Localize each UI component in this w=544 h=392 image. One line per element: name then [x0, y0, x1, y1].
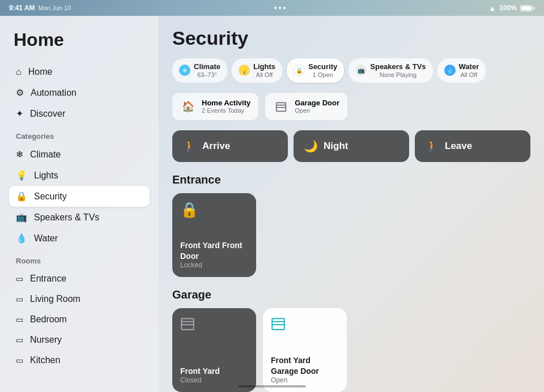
front-yard-card[interactable]: Front Yard Closed	[172, 308, 256, 392]
security-tab-svg: 🔒	[296, 67, 303, 74]
categories-section-title: Categories	[9, 124, 150, 144]
garage-door-card[interactable]: Garage Door Open	[265, 93, 347, 120]
night-icon: 🌙	[304, 139, 318, 153]
garage-section-header: Garage	[172, 288, 530, 301]
sidebar-item-security[interactable]: 🔒 Security	[9, 186, 150, 207]
svg-rect-3	[181, 318, 194, 330]
scene-leave-button[interactable]: 🚶 Leave	[415, 130, 530, 162]
security-tab-sub: 1 Open	[308, 71, 337, 79]
main-content: Security ❄ Climate 63–73° 💡 Lights All O…	[159, 16, 544, 392]
garage-door-sub: Open	[295, 107, 339, 114]
sidebar-item-entrance[interactable]: ▭ Entrance	[9, 269, 150, 289]
lights-tab-label: Lights	[253, 62, 275, 71]
nav-home-label: Home	[28, 67, 53, 77]
security-icon: 🔒	[16, 191, 27, 202]
room-entrance-icon: ▭	[16, 274, 23, 283]
status-bar: 9:41 AM Mon Jun 10 ▲ 100%	[0, 0, 544, 16]
garage-door-title: Garage Door	[295, 99, 339, 107]
tab-climate[interactable]: ❄ Climate 63–73°	[172, 58, 227, 83]
tab-speakers[interactable]: 📺 Speakers & TVs None Playing	[348, 58, 432, 83]
sidebar-item-living-room[interactable]: ▭ Living Room	[9, 289, 150, 309]
scene-row: 🚶 Arrive 🌙 Night 🚶 Leave	[172, 130, 530, 162]
room-bedroom-icon: ▭	[16, 315, 23, 324]
tab-lights[interactable]: 💡 Lights All Off	[232, 58, 282, 83]
home-activity-icon: 🏠	[180, 99, 196, 114]
sidebar-item-nursery[interactable]: ▭ Nursery	[9, 330, 150, 350]
activity-row: 🏠 Home Activity 2 Events Today Garage Do…	[172, 93, 530, 120]
category-tabs: ❄ Climate 63–73° 💡 Lights All Off 🔒	[172, 58, 530, 83]
sidebar-living-label: Living Room	[30, 294, 80, 304]
battery-percent: 100%	[499, 4, 517, 12]
climate-icon: ❄	[16, 149, 23, 160]
garage-door-device-icon	[271, 316, 339, 335]
sidebar-entrance-label: Entrance	[30, 274, 66, 284]
home-activity-sub: 2 Events Today	[202, 107, 250, 114]
room-living-icon: ▭	[16, 295, 23, 304]
climate-tab-icon: ❄	[179, 65, 190, 76]
front-yard-name: Front Yard	[180, 366, 248, 376]
room-nursery-icon: ▭	[16, 335, 23, 344]
sidebar-item-water[interactable]: 💧 Water	[9, 228, 150, 249]
tab-security[interactable]: 🔒 Security 1 Open	[287, 58, 344, 83]
scene-arrive-button[interactable]: 🚶 Arrive	[172, 130, 288, 162]
sidebar-lights-label: Lights	[34, 171, 58, 181]
front-yard-garage-door-card[interactable]: Front Yard Garage Door Open	[263, 308, 347, 392]
climate-tab-label: Climate	[194, 62, 220, 71]
sidebar-item-climate[interactable]: ❄ Climate	[9, 144, 150, 165]
sidebar-kitchen-label: Kitchen	[30, 355, 60, 365]
lights-tab-svg: 💡	[241, 67, 248, 74]
speakers-tab-svg: 📺	[358, 67, 364, 74]
garage-door-icon	[273, 99, 289, 114]
page-title: Security	[172, 27, 530, 49]
front-yard-status: Closed	[180, 376, 248, 384]
nav-automation[interactable]: ⚙ Automation	[9, 82, 150, 103]
nav-automation-label: Automation	[31, 88, 76, 98]
front-yard-front-door-card[interactable]: 🔒 Front Yard Front Door Locked	[172, 193, 256, 277]
home-indicator	[238, 385, 306, 387]
sidebar: Home ⌂ Home ⚙ Automation ✦ Discover Cate…	[0, 16, 159, 392]
water-icon: 💧	[16, 233, 27, 244]
home-activity-card[interactable]: 🏠 Home Activity 2 Events Today	[172, 93, 258, 120]
home-activity-title: Home Activity	[202, 99, 250, 107]
arrive-label: Arrive	[202, 140, 230, 152]
tab-water[interactable]: 💧 Water All Off	[437, 58, 486, 83]
automation-icon: ⚙	[16, 87, 24, 98]
security-tab-label: Security	[308, 62, 337, 71]
scene-night-button[interactable]: 🌙 Night	[294, 130, 409, 162]
garage-device-grid: Front Yard Closed Front Yard Garage Door…	[172, 308, 530, 392]
sidebar-climate-label: Climate	[30, 150, 61, 160]
sidebar-bedroom-label: Bedroom	[30, 314, 67, 325]
nav-home[interactable]: ⌂ Home	[9, 62, 150, 82]
sidebar-water-label: Water	[34, 233, 58, 244]
front-yard-icon	[180, 316, 248, 335]
status-time: 9:41 AM	[9, 4, 35, 12]
sidebar-item-speakers[interactable]: 📺 Speakers & TVs	[9, 207, 150, 228]
lights-tab-sub: All Off	[253, 71, 275, 79]
front-door-device-status: Locked	[180, 261, 248, 269]
entrance-device-grid: 🔒 Front Yard Front Door Locked	[172, 193, 530, 277]
status-right: ▲ 100%	[488, 4, 535, 12]
discover-icon: ✦	[16, 108, 23, 119]
nav-discover[interactable]: ✦ Discover	[9, 103, 150, 124]
sidebar-item-bedroom[interactable]: ▭ Bedroom	[9, 309, 150, 330]
water-tab-sub: All Off	[459, 71, 479, 79]
entrance-section-header: Entrance	[172, 173, 530, 186]
sidebar-item-kitchen[interactable]: ▭ Kitchen	[9, 350, 150, 370]
leave-label: Leave	[445, 140, 472, 152]
status-date: Mon Jun 10	[39, 5, 71, 11]
svg-rect-6	[272, 318, 284, 330]
front-door-device-name: Front Yard Front Door	[180, 240, 248, 261]
lights-tab-icon: 💡	[239, 65, 250, 76]
security-tab-icon: 🔒	[294, 65, 305, 76]
speakers-tab-icon: 📺	[355, 65, 367, 76]
climate-tab-sub: 63–73°	[194, 71, 220, 79]
night-label: Night	[324, 140, 348, 152]
water-tab-icon: 💧	[444, 65, 456, 76]
sidebar-nursery-label: Nursery	[30, 335, 62, 345]
garage-door-device-status: Open	[271, 376, 339, 384]
arrive-icon: 🚶	[182, 139, 197, 153]
water-tab-svg: 💧	[447, 67, 453, 74]
sidebar-security-label: Security	[34, 191, 67, 202]
speakers-icon: 📺	[16, 212, 27, 223]
sidebar-item-lights[interactable]: 💡 Lights	[9, 165, 150, 186]
